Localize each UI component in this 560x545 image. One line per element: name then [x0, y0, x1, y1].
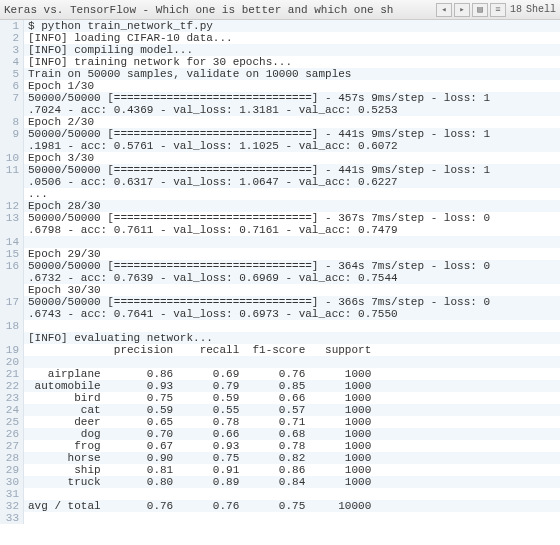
line-text: bird 0.75 0.59 0.66 1000	[24, 392, 560, 404]
terminal-viewport[interactable]: 1$ python train_network_tf.py2[INFO] loa…	[0, 20, 560, 545]
line-text: Epoch 30/30	[24, 284, 560, 296]
line-number: 17	[0, 296, 24, 308]
line-text: 50000/50000 [===========================…	[24, 296, 560, 308]
line-text: 50000/50000 [===========================…	[24, 92, 560, 104]
terminal-line: 1150000/50000 [=========================…	[0, 164, 560, 176]
line-number: 8	[0, 116, 24, 128]
shell-badge: 18	[510, 4, 522, 15]
terminal-line: 29 ship 0.81 0.91 0.86 1000	[0, 464, 560, 476]
terminal-line: 24 cat 0.59 0.55 0.57 1000	[0, 404, 560, 416]
line-number: 13	[0, 212, 24, 224]
line-text: Epoch 2/30	[24, 116, 560, 128]
line-text: deer 0.65 0.78 0.71 1000	[24, 416, 560, 428]
line-text	[24, 236, 560, 248]
nav-prev-icon[interactable]: ◂	[436, 3, 452, 17]
terminal-line: .7024 - acc: 0.4369 - val_loss: 1.3181 -…	[0, 104, 560, 116]
line-text: ...	[24, 188, 560, 200]
line-number	[0, 332, 24, 344]
terminal-line: 750000/50000 [==========================…	[0, 92, 560, 104]
line-text: truck 0.80 0.89 0.84 1000	[24, 476, 560, 488]
line-text	[24, 320, 560, 332]
terminal-line: [INFO] evaluating network...	[0, 332, 560, 344]
line-text: ship 0.81 0.91 0.86 1000	[24, 464, 560, 476]
line-number: 3	[0, 44, 24, 56]
window-title: Keras vs. TensorFlow - Which one is bett…	[4, 4, 436, 16]
line-text: avg / total 0.76 0.76 0.75 10000	[24, 500, 560, 512]
line-number: 7	[0, 92, 24, 104]
terminal-line: 950000/50000 [==========================…	[0, 128, 560, 140]
line-number: 27	[0, 440, 24, 452]
terminal-line: 31	[0, 488, 560, 500]
line-text: .6743 - acc: 0.7641 - val_loss: 0.6973 -…	[24, 308, 560, 320]
line-text: .1981 - acc: 0.5761 - val_loss: 1.1025 -…	[24, 140, 560, 152]
terminal-line: 32avg / total 0.76 0.76 0.75 10000	[0, 500, 560, 512]
line-text: precision recall f1-score support	[24, 344, 560, 356]
line-number: 26	[0, 428, 24, 440]
terminal-line: 18	[0, 320, 560, 332]
line-text: 50000/50000 [===========================…	[24, 164, 560, 176]
line-number: 5	[0, 68, 24, 80]
line-number: 10	[0, 152, 24, 164]
terminal-line: 23 bird 0.75 0.59 0.66 1000	[0, 392, 560, 404]
line-number: 19	[0, 344, 24, 356]
line-text: Epoch 29/30	[24, 248, 560, 260]
line-number: 1	[0, 20, 24, 32]
terminal-line: 3[INFO] compiling model...	[0, 44, 560, 56]
line-number	[0, 284, 24, 296]
list-icon[interactable]: ≡	[490, 3, 506, 17]
terminal-line: 26 dog 0.70 0.66 0.68 1000	[0, 428, 560, 440]
line-number	[0, 308, 24, 320]
terminal-line: 2[INFO] loading CIFAR-10 data...	[0, 32, 560, 44]
line-text: automobile 0.93 0.79 0.85 1000	[24, 380, 560, 392]
line-number	[0, 188, 24, 200]
line-text: [INFO] loading CIFAR-10 data...	[24, 32, 560, 44]
terminal-line: .6743 - acc: 0.7641 - val_loss: 0.6973 -…	[0, 308, 560, 320]
line-text: Epoch 1/30	[24, 80, 560, 92]
line-text: cat 0.59 0.55 0.57 1000	[24, 404, 560, 416]
line-number: 29	[0, 464, 24, 476]
terminal-line: .0506 - acc: 0.6317 - val_loss: 1.0647 -…	[0, 176, 560, 188]
line-number: 32	[0, 500, 24, 512]
terminal-line: 5Train on 50000 samples, validate on 100…	[0, 68, 560, 80]
line-text: 50000/50000 [===========================…	[24, 212, 560, 224]
terminal-line: 19 precision recall f1-score support	[0, 344, 560, 356]
line-number: 15	[0, 248, 24, 260]
terminal-line: 1350000/50000 [=========================…	[0, 212, 560, 224]
line-number: 4	[0, 56, 24, 68]
line-number	[0, 104, 24, 116]
terminal-line: 1$ python train_network_tf.py	[0, 20, 560, 32]
split-icon[interactable]: ▤	[472, 3, 488, 17]
line-text: Epoch 28/30	[24, 200, 560, 212]
terminal-line: 22 automobile 0.93 0.79 0.85 1000	[0, 380, 560, 392]
line-text: .6732 - acc: 0.7639 - val_loss: 0.6969 -…	[24, 272, 560, 284]
line-text: dog 0.70 0.66 0.68 1000	[24, 428, 560, 440]
line-number: 24	[0, 404, 24, 416]
line-number: 6	[0, 80, 24, 92]
line-number	[0, 140, 24, 152]
line-number: 12	[0, 200, 24, 212]
line-text: [INFO] compiling model...	[24, 44, 560, 56]
terminal-line: 8Epoch 2/30	[0, 116, 560, 128]
line-text	[24, 488, 560, 500]
terminal-line: 25 deer 0.65 0.78 0.71 1000	[0, 416, 560, 428]
terminal-line: 6Epoch 1/30	[0, 80, 560, 92]
terminal-line: 4[INFO] training network for 30 epochs..…	[0, 56, 560, 68]
terminal-line: 21 airplane 0.86 0.69 0.76 1000	[0, 368, 560, 380]
line-text: Epoch 3/30	[24, 152, 560, 164]
terminal-line: ...	[0, 188, 560, 200]
line-text: airplane 0.86 0.69 0.76 1000	[24, 368, 560, 380]
nav-next-icon[interactable]: ▸	[454, 3, 470, 17]
terminal-line: .6798 - acc: 0.7611 - val_loss: 0.7161 -…	[0, 224, 560, 236]
line-number	[0, 176, 24, 188]
line-text: .6798 - acc: 0.7611 - val_loss: 0.7161 -…	[24, 224, 560, 236]
terminal-line: 1650000/50000 [=========================…	[0, 260, 560, 272]
line-number: 14	[0, 236, 24, 248]
terminal-line: .1981 - acc: 0.5761 - val_loss: 1.1025 -…	[0, 140, 560, 152]
line-text: .0506 - acc: 0.6317 - val_loss: 1.0647 -…	[24, 176, 560, 188]
line-text: 50000/50000 [===========================…	[24, 128, 560, 140]
terminal-line: 27 frog 0.67 0.93 0.78 1000	[0, 440, 560, 452]
terminal-line: .6732 - acc: 0.7639 - val_loss: 0.6969 -…	[0, 272, 560, 284]
line-number: 30	[0, 476, 24, 488]
line-text: $ python train_network_tf.py	[24, 20, 560, 32]
line-text: frog 0.67 0.93 0.78 1000	[24, 440, 560, 452]
